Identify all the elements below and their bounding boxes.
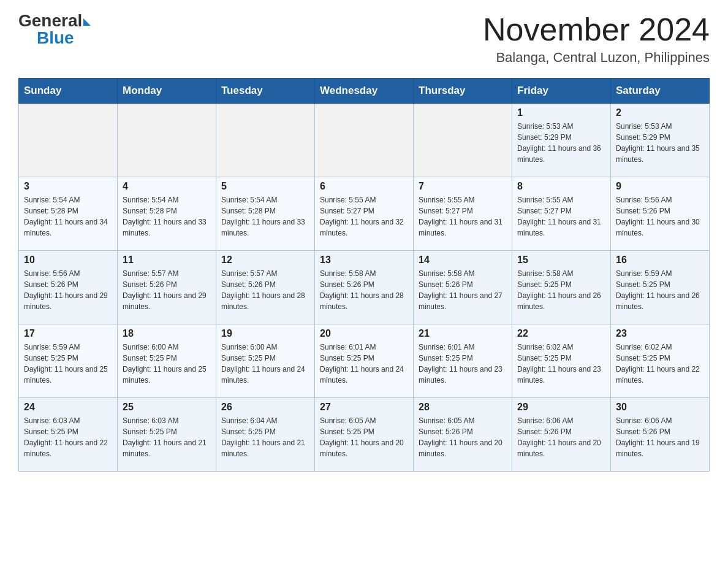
day-of-week-header: Sunday: [19, 79, 118, 104]
calendar-day-cell: [414, 104, 512, 177]
day-number: 3: [24, 181, 112, 192]
day-info: Sunrise: 6:06 AM Sunset: 5:26 PM Dayligh…: [517, 415, 605, 459]
calendar-day-cell: 10Sunrise: 5:56 AM Sunset: 5:26 PM Dayli…: [19, 251, 118, 324]
calendar-day-cell: 9Sunrise: 5:56 AM Sunset: 5:26 PM Daylig…: [611, 177, 710, 251]
day-info: Sunrise: 6:01 AM Sunset: 5:25 PM Dayligh…: [419, 342, 507, 386]
day-info: Sunrise: 5:59 AM Sunset: 5:25 PM Dayligh…: [24, 342, 112, 386]
calendar-day-cell: 24Sunrise: 6:03 AM Sunset: 5:25 PM Dayli…: [19, 398, 118, 472]
day-number: 12: [221, 255, 309, 266]
calendar-day-cell: 23Sunrise: 6:02 AM Sunset: 5:25 PM Dayli…: [611, 324, 710, 398]
month-title: November 2024: [483, 12, 710, 47]
logo-text-general: General: [18, 12, 82, 29]
day-of-week-header: Tuesday: [216, 79, 315, 104]
day-info: Sunrise: 5:59 AM Sunset: 5:25 PM Dayligh…: [616, 268, 704, 312]
day-info: Sunrise: 5:58 AM Sunset: 5:25 PM Dayligh…: [517, 268, 605, 312]
calendar-week-row: 3Sunrise: 5:54 AM Sunset: 5:28 PM Daylig…: [19, 177, 710, 251]
calendar-day-cell: 30Sunrise: 6:06 AM Sunset: 5:26 PM Dayli…: [611, 398, 710, 472]
logo-text-blue: Blue: [37, 29, 74, 47]
day-number: 16: [616, 255, 704, 266]
day-number: 9: [616, 181, 704, 192]
day-number: 15: [517, 255, 605, 266]
calendar-day-cell: 18Sunrise: 6:00 AM Sunset: 5:25 PM Dayli…: [118, 324, 216, 398]
location-text: Balanga, Central Luzon, Philippines: [483, 50, 710, 66]
day-info: Sunrise: 6:03 AM Sunset: 5:25 PM Dayligh…: [123, 415, 211, 459]
day-number: 4: [123, 181, 211, 192]
calendar-week-row: 1Sunrise: 5:53 AM Sunset: 5:29 PM Daylig…: [19, 104, 710, 177]
day-of-week-header: Saturday: [611, 79, 710, 104]
calendar-day-cell: [19, 104, 118, 177]
calendar-day-cell: 28Sunrise: 6:05 AM Sunset: 5:26 PM Dayli…: [414, 398, 512, 472]
day-info: Sunrise: 5:53 AM Sunset: 5:29 PM Dayligh…: [616, 121, 704, 165]
day-info: Sunrise: 5:54 AM Sunset: 5:28 PM Dayligh…: [123, 194, 211, 239]
title-section: November 2024 Balanga, Central Luzon, Ph…: [483, 12, 710, 66]
day-info: Sunrise: 6:00 AM Sunset: 5:25 PM Dayligh…: [123, 342, 211, 386]
calendar-day-cell: 21Sunrise: 6:01 AM Sunset: 5:25 PM Dayli…: [414, 324, 512, 398]
day-number: 30: [616, 402, 704, 413]
day-number: 21: [419, 328, 507, 339]
day-of-week-header: Thursday: [414, 79, 512, 104]
day-info: Sunrise: 5:57 AM Sunset: 5:26 PM Dayligh…: [123, 268, 211, 312]
calendar-day-cell: 1Sunrise: 5:53 AM Sunset: 5:29 PM Daylig…: [512, 104, 611, 177]
day-info: Sunrise: 5:54 AM Sunset: 5:28 PM Dayligh…: [221, 194, 309, 239]
day-number: 11: [123, 255, 211, 266]
day-number: 5: [221, 181, 309, 192]
day-number: 14: [419, 255, 507, 266]
day-number: 27: [320, 402, 408, 413]
logo: General Blue: [18, 12, 91, 47]
calendar-day-cell: [118, 104, 216, 177]
day-info: Sunrise: 6:02 AM Sunset: 5:25 PM Dayligh…: [616, 342, 704, 386]
calendar-week-row: 24Sunrise: 6:03 AM Sunset: 5:25 PM Dayli…: [19, 398, 710, 472]
day-info: Sunrise: 6:05 AM Sunset: 5:26 PM Dayligh…: [419, 415, 507, 459]
day-number: 25: [123, 402, 211, 413]
calendar-day-cell: 6Sunrise: 5:55 AM Sunset: 5:27 PM Daylig…: [315, 177, 414, 251]
day-info: Sunrise: 5:58 AM Sunset: 5:26 PM Dayligh…: [320, 268, 408, 312]
day-number: 24: [24, 402, 112, 413]
calendar-day-cell: 19Sunrise: 6:00 AM Sunset: 5:25 PM Dayli…: [216, 324, 315, 398]
calendar-day-cell: 20Sunrise: 6:01 AM Sunset: 5:25 PM Dayli…: [315, 324, 414, 398]
day-number: 26: [221, 402, 309, 413]
calendar-week-row: 17Sunrise: 5:59 AM Sunset: 5:25 PM Dayli…: [19, 324, 710, 398]
day-of-week-header: Wednesday: [315, 79, 414, 104]
day-number: 29: [517, 402, 605, 413]
calendar-day-cell: 7Sunrise: 5:55 AM Sunset: 5:27 PM Daylig…: [414, 177, 512, 251]
calendar-day-cell: 8Sunrise: 5:55 AM Sunset: 5:27 PM Daylig…: [512, 177, 611, 251]
calendar-day-cell: [315, 104, 414, 177]
day-number: 22: [517, 328, 605, 339]
day-info: Sunrise: 5:54 AM Sunset: 5:28 PM Dayligh…: [24, 194, 112, 239]
logo-triangle-icon: [83, 18, 91, 26]
day-info: Sunrise: 6:02 AM Sunset: 5:25 PM Dayligh…: [517, 342, 605, 386]
calendar-day-cell: 27Sunrise: 6:05 AM Sunset: 5:25 PM Dayli…: [315, 398, 414, 472]
day-number: 23: [616, 328, 704, 339]
day-info: Sunrise: 6:01 AM Sunset: 5:25 PM Dayligh…: [320, 342, 408, 386]
calendar-day-cell: 2Sunrise: 5:53 AM Sunset: 5:29 PM Daylig…: [611, 104, 710, 177]
calendar-day-cell: 25Sunrise: 6:03 AM Sunset: 5:25 PM Dayli…: [118, 398, 216, 472]
day-of-week-header: Friday: [512, 79, 611, 104]
calendar-day-cell: 14Sunrise: 5:58 AM Sunset: 5:26 PM Dayli…: [414, 251, 512, 324]
calendar-day-cell: [216, 104, 315, 177]
calendar-day-cell: 4Sunrise: 5:54 AM Sunset: 5:28 PM Daylig…: [118, 177, 216, 251]
day-info: Sunrise: 5:55 AM Sunset: 5:27 PM Dayligh…: [320, 194, 408, 239]
day-info: Sunrise: 5:56 AM Sunset: 5:26 PM Dayligh…: [24, 268, 112, 312]
day-number: 28: [419, 402, 507, 413]
day-info: Sunrise: 5:57 AM Sunset: 5:26 PM Dayligh…: [221, 268, 309, 312]
day-number: 1: [517, 107, 605, 118]
calendar-table: SundayMondayTuesdayWednesdayThursdayFrid…: [18, 78, 710, 472]
calendar-day-cell: 22Sunrise: 6:02 AM Sunset: 5:25 PM Dayli…: [512, 324, 611, 398]
day-info: Sunrise: 6:03 AM Sunset: 5:25 PM Dayligh…: [24, 415, 112, 459]
day-number: 2: [616, 107, 704, 118]
calendar-day-cell: 17Sunrise: 5:59 AM Sunset: 5:25 PM Dayli…: [19, 324, 118, 398]
day-number: 13: [320, 255, 408, 266]
calendar-body: 1Sunrise: 5:53 AM Sunset: 5:29 PM Daylig…: [19, 104, 710, 472]
day-number: 6: [320, 181, 408, 192]
day-number: 19: [221, 328, 309, 339]
day-info: Sunrise: 5:55 AM Sunset: 5:27 PM Dayligh…: [419, 194, 507, 239]
day-info: Sunrise: 5:56 AM Sunset: 5:26 PM Dayligh…: [616, 194, 704, 239]
calendar-week-row: 10Sunrise: 5:56 AM Sunset: 5:26 PM Dayli…: [19, 251, 710, 324]
calendar-day-cell: 5Sunrise: 5:54 AM Sunset: 5:28 PM Daylig…: [216, 177, 315, 251]
day-info: Sunrise: 6:06 AM Sunset: 5:26 PM Dayligh…: [616, 415, 704, 459]
day-info: Sunrise: 5:58 AM Sunset: 5:26 PM Dayligh…: [419, 268, 507, 312]
calendar-day-cell: 11Sunrise: 5:57 AM Sunset: 5:26 PM Dayli…: [118, 251, 216, 324]
calendar-day-cell: 3Sunrise: 5:54 AM Sunset: 5:28 PM Daylig…: [19, 177, 118, 251]
day-number: 20: [320, 328, 408, 339]
day-info: Sunrise: 5:55 AM Sunset: 5:27 PM Dayligh…: [517, 194, 605, 239]
